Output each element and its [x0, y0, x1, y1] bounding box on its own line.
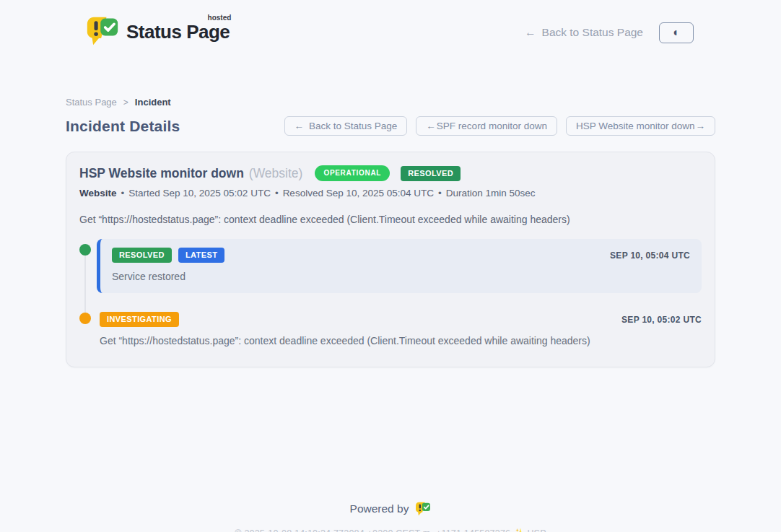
meta-duration: Duration 1min 50sec	[446, 188, 536, 199]
arrow-left-icon: ←	[525, 26, 536, 39]
powered-by-label: Powered by	[350, 502, 409, 515]
breadcrumb-status-page[interactable]: Status Page	[66, 97, 117, 108]
page-footer: Powered by © 2025-10-08 14:10:34.772084 …	[66, 502, 715, 532]
previous-incident-button[interactable]: ← SPF record monitor down	[416, 116, 557, 136]
arrow-right-icon: →	[696, 121, 706, 131]
copyright-text: © 2025-10-08 14:10:34.772084 +0200 CEST …	[235, 528, 510, 532]
powered-by-link[interactable]: Powered by	[350, 502, 432, 516]
contrast-icon: ◐	[673, 27, 680, 38]
timeline-entry-resolved: RESOLVED LATEST SEP 10, 05:04 UTC Servic…	[79, 239, 702, 293]
incident-nav-buttons: ← Back to Status Page ← SPF record monit…	[284, 116, 715, 136]
back-link-label: Back to Status Page	[542, 26, 643, 39]
breadcrumb-separator: >	[123, 97, 128, 108]
sparkle-icon: ✨	[513, 528, 525, 532]
page-title: Incident Details	[66, 118, 284, 135]
logo-superscript: hosted	[208, 14, 232, 22]
back-to-status-page-button[interactable]: ← Back to Status Page	[284, 116, 408, 136]
logo-title: Status Page	[126, 21, 230, 43]
timeline-timestamp: SEP 10, 05:04 UTC	[610, 250, 690, 261]
resolved-badge: RESOLVED	[112, 248, 172, 263]
meta-component: Website	[79, 188, 117, 199]
copyright-brand: HSP	[527, 528, 546, 532]
status-page-logo-icon	[86, 15, 119, 50]
incident-timeline: RESOLVED LATEST SEP 10, 05:04 UTC Servic…	[79, 239, 702, 346]
resolved-state-badge: RESOLVED	[401, 166, 461, 181]
copyright-line: © 2025-10-08 14:10:34.772084 +0200 CEST …	[66, 528, 715, 532]
incident-title: HSP Website monitor down	[79, 166, 244, 181]
timeline-message: Get “https://hostedstatus.page”: context…	[100, 335, 702, 346]
timeline-highlight-box: RESOLVED LATEST SEP 10, 05:04 UTC Servic…	[97, 239, 702, 293]
theme-toggle-button[interactable]: ◐	[659, 22, 694, 43]
timeline-entry-investigating: INVESTIGATING SEP 10, 05:02 UTC Get “htt…	[79, 312, 702, 346]
latest-badge: LATEST	[178, 248, 224, 263]
timeline-dot-resolved	[79, 244, 91, 256]
timeline-message: Service restored	[112, 271, 690, 282]
timeline-timestamp: SEP 10, 05:02 UTC	[621, 315, 702, 325]
status-page-mini-logo-icon	[415, 502, 431, 516]
breadcrumb: Status Page > Incident	[66, 97, 715, 108]
incident-component: (Website)	[249, 166, 303, 181]
header-back-to-status-page-link[interactable]: ← Back to Status Page	[525, 26, 643, 39]
status-page-logo[interactable]: Status Page hosted	[86, 15, 230, 50]
incident-card: HSP Website monitor down (Website) OPERA…	[66, 152, 715, 367]
top-header: Status Page hosted ← Back to Status Page…	[66, 0, 715, 55]
operational-status-badge: OPERATIONAL	[315, 165, 390, 181]
timeline-dot-investigating	[79, 313, 91, 324]
meta-resolved: Resolved Sep 10, 2025 05:04 UTC	[283, 188, 434, 199]
incident-meta: Website • Started Sep 10, 2025 05:02 UTC…	[79, 188, 702, 199]
incident-description: Get “https://hostedstatus.page”: context…	[79, 214, 702, 225]
arrow-left-icon: ←	[426, 121, 436, 131]
next-incident-button[interactable]: HSP Website monitor down →	[566, 116, 715, 136]
breadcrumb-incident: Incident	[135, 97, 171, 108]
main-content: Status Page > Incident Incident Details …	[66, 97, 715, 532]
investigating-badge: INVESTIGATING	[100, 312, 179, 327]
meta-started: Started Sep 10, 2025 05:02 UTC	[128, 188, 271, 199]
arrow-left-icon: ←	[294, 121, 305, 131]
